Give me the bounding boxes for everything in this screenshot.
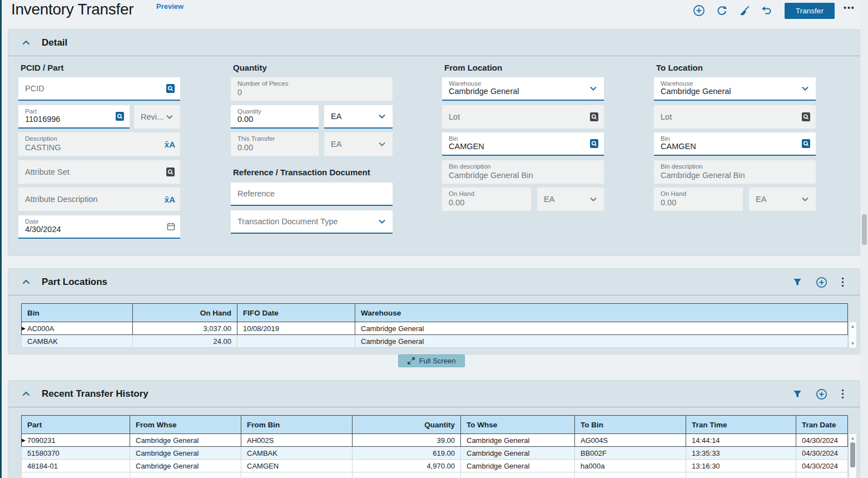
- preview-link[interactable]: Preview: [156, 2, 183, 11]
- history-vertical-scrollbar[interactable]: ▲: [849, 433, 857, 478]
- table-cell[interactable]: 13:16:30: [686, 460, 796, 472]
- filter-icon[interactable]: [793, 278, 802, 287]
- table-cell[interactable]: Cambridge General: [130, 460, 241, 472]
- transfer-button[interactable]: Transfer: [785, 3, 835, 19]
- table-cell[interactable]: 48184-01: [22, 460, 130, 472]
- reference-field[interactable]: Reference: [231, 183, 393, 206]
- quantity-uom-dropdown[interactable]: EA: [324, 105, 393, 129]
- scrollbar-thumb[interactable]: [850, 442, 855, 467]
- from-warehouse-dropdown[interactable]: Warehouse Cambridge General: [442, 77, 604, 101]
- column-header[interactable]: From Bin: [241, 416, 353, 434]
- table-cell[interactable]: 14:44:14: [686, 434, 796, 447]
- add-row-icon[interactable]: [816, 277, 827, 288]
- column-header[interactable]: Bin: [22, 304, 133, 322]
- kebab-menu-icon[interactable]: [841, 277, 844, 287]
- column-header[interactable]: Tran Date: [796, 416, 848, 434]
- table-cell[interactable]: CAMGEN: [241, 460, 353, 472]
- table-cell[interactable]: 3,037.00: [133, 322, 237, 335]
- table-cell[interactable]: AH002S: [241, 434, 353, 447]
- table-cell[interactable]: 51580370: [22, 447, 130, 460]
- undo-button[interactable]: [760, 4, 773, 17]
- column-header[interactable]: Warehouse: [355, 304, 848, 322]
- to-bin-value: CAMGEN: [661, 142, 696, 151]
- table-cell[interactable]: Cambridge General: [130, 434, 241, 447]
- more-options-button[interactable]: •••: [844, 3, 855, 12]
- table-cell[interactable]: 24.00: [133, 335, 237, 348]
- kebab-menu-icon[interactable]: [841, 389, 844, 399]
- part-field[interactable]: Part 11016996: [18, 105, 130, 129]
- full-screen-label: Full Screen: [419, 357, 456, 365]
- lookup-icon[interactable]: [801, 139, 811, 149]
- to-bin-description-label: Bin description: [661, 163, 702, 170]
- date-field[interactable]: Date 4/30/2024: [18, 215, 180, 239]
- scrollbar-thumb[interactable]: [862, 214, 867, 245]
- collapse-chevron-up-icon[interactable]: [22, 279, 30, 284]
- table-cell[interactable]: 13:35:33: [686, 447, 796, 460]
- collapse-chevron-up-icon[interactable]: [22, 391, 30, 396]
- table-row[interactable]: CAMBAK24.00Cambridge General: [22, 335, 848, 348]
- collapse-chevron-up-icon[interactable]: [22, 40, 30, 45]
- lookup-icon[interactable]: [166, 84, 175, 93]
- table-cell[interactable]: Cambridge General: [461, 434, 575, 447]
- table-cell[interactable]: Cambridge General: [461, 447, 575, 460]
- translate-icon[interactable]: x̄A: [165, 195, 175, 204]
- table-cell[interactable]: 04/30/2024: [796, 460, 848, 472]
- scroll-down-icon[interactable]: ▼: [849, 341, 856, 346]
- column-header[interactable]: To Whse: [461, 416, 575, 434]
- pcid-field[interactable]: PCID: [18, 77, 180, 101]
- scroll-up-icon[interactable]: ▲: [849, 436, 856, 441]
- from-bin-field[interactable]: Bin CAMGEN: [442, 132, 604, 156]
- revision-dropdown[interactable]: Revi...: [134, 105, 180, 129]
- table-cell[interactable]: Cambridge General: [355, 335, 848, 348]
- add-row-icon[interactable]: [816, 388, 827, 400]
- part-locations-vertical-scrollbar[interactable]: ▲ ▼: [849, 322, 857, 348]
- table-row[interactable]: ▶7090231Cambridge GeneralAH002S39.00Camb…: [22, 434, 848, 447]
- filter-icon[interactable]: [793, 390, 802, 398]
- page-vertical-scrollbar[interactable]: [861, 0, 868, 478]
- transaction-document-type-dropdown[interactable]: Transaction Document Type: [231, 210, 393, 234]
- table-cell[interactable]: 619.00: [353, 447, 461, 460]
- column-header[interactable]: From Whse: [130, 416, 241, 434]
- table-row[interactable]: 51580370Cambridge GeneralCAMBAK619.00Cam…: [22, 447, 848, 460]
- column-header[interactable]: Part: [22, 416, 130, 434]
- column-header[interactable]: Quantity: [353, 416, 461, 434]
- table-cell[interactable]: Cambridge General: [355, 322, 848, 335]
- table-cell[interactable]: ha000a: [575, 460, 686, 472]
- table-cell[interactable]: CAMBAK: [22, 335, 133, 348]
- column-header[interactable]: On Hand: [133, 304, 237, 322]
- refresh-button[interactable]: [715, 4, 728, 17]
- table-cell[interactable]: ▶AC000A: [22, 322, 133, 335]
- scroll-up-icon[interactable]: ▲: [849, 324, 856, 329]
- lookup-icon[interactable]: [589, 139, 599, 149]
- group-title-reference-doc: Reference / Transaction Document: [233, 167, 370, 177]
- table-cell[interactable]: 04/30/2024: [796, 447, 848, 460]
- full-screen-button[interactable]: Full Screen: [398, 354, 465, 367]
- to-warehouse-dropdown[interactable]: Warehouse Cambridge General: [654, 77, 816, 101]
- table-row[interactable]: ▶AC000A3,037.0010/08/2019Cambridge Gener…: [22, 322, 848, 335]
- table-cell[interactable]: 4,970.00: [353, 460, 461, 472]
- from-on-hand-label: On Hand: [449, 190, 474, 197]
- quantity-field[interactable]: Quantity 0.00: [231, 105, 319, 129]
- detail-section-header: Detail: [8, 29, 860, 56]
- table-cell[interactable]: 10/08/2019: [237, 322, 355, 335]
- table-cell[interactable]: Cambridge General: [461, 460, 575, 472]
- table-cell[interactable]: AG004S: [575, 434, 686, 447]
- table-cell[interactable]: Cambridge General: [130, 447, 241, 460]
- recent-transfer-history-section-title: Recent Transfer History: [42, 388, 148, 400]
- table-cell[interactable]: [237, 335, 355, 348]
- table-cell[interactable]: 04/30/2024: [796, 434, 848, 447]
- lookup-icon[interactable]: [115, 112, 125, 121]
- add-button[interactable]: [692, 4, 706, 17]
- column-header[interactable]: Tran Time: [686, 416, 796, 434]
- column-header[interactable]: FIFO Date: [237, 304, 355, 322]
- column-header[interactable]: To Bin: [575, 416, 686, 434]
- table-cell[interactable]: ▶7090231: [22, 434, 130, 447]
- table-cell[interactable]: CAMBAK: [241, 447, 353, 460]
- calendar-icon[interactable]: [167, 223, 175, 231]
- table-row[interactable]: 48184-01Cambridge GeneralCAMGEN4,970.00C…: [22, 460, 848, 472]
- translate-icon[interactable]: x̄A: [165, 140, 175, 149]
- clear-button[interactable]: [737, 4, 751, 17]
- table-cell[interactable]: 39.00: [353, 434, 461, 447]
- to-bin-field[interactable]: Bin CAMGEN: [654, 132, 816, 156]
- table-cell[interactable]: BB002F: [575, 447, 686, 460]
